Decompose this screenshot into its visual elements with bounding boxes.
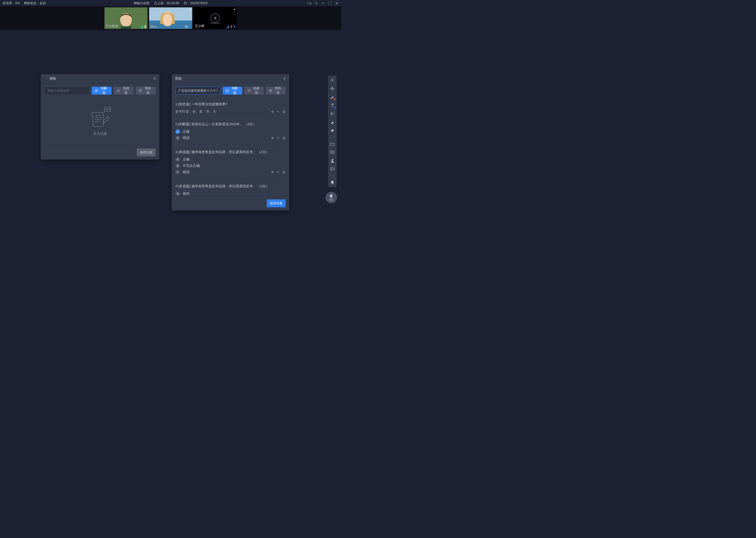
signal-icon (226, 25, 229, 28)
question-title: 2 [判断题] 我国宪法上一次更新是在2020年。 （2分） (175, 122, 286, 127)
mic-icon (144, 25, 147, 28)
close-window-icon[interactable] (335, 1, 339, 5)
ref-answer: 参考答案：春、夏、秋、冬 (175, 109, 216, 114)
maximize-icon[interactable] (328, 1, 332, 5)
close-panel-icon[interactable]: ✕ (153, 77, 156, 81)
option-text: 错误 (183, 170, 268, 175)
hand-count: 0/2 (329, 198, 333, 201)
bell-tool-icon[interactable] (330, 180, 335, 185)
close-video-icon[interactable]: ✕ (233, 8, 236, 11)
mic-muted-icon (230, 25, 233, 28)
target-icon (185, 25, 188, 28)
packet-loss: 丢包率：0% (3, 1, 20, 6)
participants-tool-icon[interactable] (330, 158, 335, 163)
chat-tool-icon[interactable] (330, 167, 335, 172)
add-judge-button[interactable]: 判断题 (92, 87, 112, 94)
choice-icon (117, 89, 120, 92)
move-question-icon[interactable]: ✥ (271, 170, 274, 174)
option-badge: B (175, 163, 180, 168)
empty-text: 暂无试题 (93, 131, 107, 136)
svg-point-38 (331, 130, 333, 132)
question-option[interactable]: B错误✥✎🗑 (175, 135, 286, 140)
settings-icon[interactable] (314, 1, 318, 5)
svg-point-37 (331, 114, 332, 115)
delete-question-icon[interactable]: 🗑 (282, 170, 286, 174)
add-short-button[interactable]: 简答题 (136, 87, 156, 94)
question-option[interactable]: A是的 (175, 191, 286, 196)
add-choice-button[interactable]: 选择题 (244, 87, 264, 94)
question-option[interactable]: A正确 (175, 157, 286, 162)
option-badge: B (175, 135, 180, 140)
pen-tool-icon[interactable] (330, 94, 335, 99)
edit-question-icon[interactable]: ✎ (277, 170, 280, 174)
question-item: 2 [判断题] 我国宪法上一次更新是在2020年。 （2分）A正确B错误✥✎🗑 (175, 119, 286, 145)
quiz-name-input[interactable] (44, 87, 89, 94)
color-tool-icon[interactable] (330, 128, 335, 133)
svg-rect-13 (190, 25, 191, 27)
edit-question-icon[interactable]: ✎ (277, 110, 280, 114)
choice-icon (248, 89, 251, 92)
delete-question-icon[interactable]: 🗑 (282, 110, 286, 114)
svg-point-10 (163, 14, 172, 25)
back-icon[interactable]: 〈 (44, 76, 47, 81)
session-id: ID：2020070324 (184, 1, 208, 6)
quiz-panel-empty: 〈 测验 ✕ 判断题 选择题 简答题 暂无试题 保存试卷 (41, 74, 159, 159)
cursor-tool-icon[interactable] (330, 78, 335, 82)
eraser-tool-icon[interactable] (330, 120, 335, 125)
panel-title: 测验 (49, 76, 153, 81)
question-option[interactable]: B不完全正确 (175, 163, 286, 168)
video-name: Nina (150, 25, 157, 28)
question-title: 1 [简答题] 一年四季分别是哪四季? (175, 102, 286, 107)
move-question-icon[interactable]: ✥ (271, 110, 274, 114)
video-name: 王小明 (195, 24, 204, 28)
video-tile-teacher[interactable]: 叮当老师 (105, 7, 148, 29)
video-name: 叮当老师 (106, 24, 118, 28)
video-tile-student[interactable]: ✕ Nina (149, 7, 192, 29)
add-short-button[interactable]: 简答题 (266, 87, 286, 94)
network-status: 网络状态：良好 (24, 1, 46, 6)
text-tool-icon[interactable] (330, 103, 335, 108)
option-text: 不完全正确 (183, 163, 286, 168)
scissors-tool-icon[interactable] (330, 111, 335, 116)
course-title: 神秘大自然 (134, 1, 149, 6)
save-quiz-button[interactable]: 保存试卷 (137, 148, 156, 156)
option-text: 是的 (183, 191, 286, 196)
svg-point-36 (331, 112, 332, 114)
camera-off-icon (211, 13, 220, 23)
add-choice-button[interactable]: 选择题 (114, 87, 134, 94)
svg-point-12 (186, 26, 187, 27)
delete-question-icon[interactable]: 🗑 (282, 136, 286, 140)
minimize-icon[interactable] (321, 1, 325, 5)
question-option[interactable]: A正确 (175, 129, 286, 134)
short-icon (269, 89, 272, 92)
quiz-panel-filled: 测验 ✕ 判断题 选择题 简答题 1 [简答题] 一年四季分别是哪四季?参考答案… (172, 74, 289, 210)
question-option[interactable]: C错误✥✎🗑 (175, 170, 286, 175)
empty-quiz-icon (88, 107, 112, 128)
svg-rect-16 (234, 25, 235, 27)
hand-icon (329, 194, 333, 198)
quiz-name-input[interactable] (175, 87, 220, 94)
video-tile-student-off[interactable]: ✕ 王小明 (194, 7, 237, 29)
raise-hand-badge[interactable]: 0/2 (325, 192, 337, 203)
whiteboard-tool-icon[interactable] (330, 150, 335, 155)
svg-rect-0 (307, 2, 310, 4)
save-quiz-button[interactable]: 保存试卷 (267, 199, 286, 207)
top-bar: 丢包率：0% 网络状态：良好 神秘大自然 已上课：02:34:09 ID：202… (0, 0, 341, 6)
svg-point-45 (332, 169, 333, 169)
panel-title: 测验 (175, 76, 283, 81)
add-judge-button[interactable]: 判断题 (223, 87, 242, 94)
move-tool-icon[interactable] (330, 86, 335, 91)
question-item: 4 [多选题] 施华洛世奇是反华品牌，所以梁鼎琪反华。 （2分）A是的B不完全正… (175, 181, 286, 196)
option-text: 错误 (183, 135, 268, 140)
edit-question-icon[interactable]: ✎ (277, 136, 280, 140)
option-badge: C (175, 170, 180, 175)
close-panel-icon[interactable]: ✕ (283, 77, 286, 81)
move-question-icon[interactable]: ✥ (271, 136, 274, 140)
close-video-icon[interactable]: ✕ (189, 8, 191, 11)
option-badge: A (175, 191, 180, 196)
folder-tool-icon[interactable] (330, 141, 335, 146)
camera-toggle-icon[interactable] (307, 1, 311, 5)
judge-icon (95, 89, 98, 92)
option-badge: A (175, 157, 180, 162)
question-item: 1 [简答题] 一年四季分别是哪四季?参考答案：春、夏、秋、冬✥✎🗑 (175, 99, 286, 117)
